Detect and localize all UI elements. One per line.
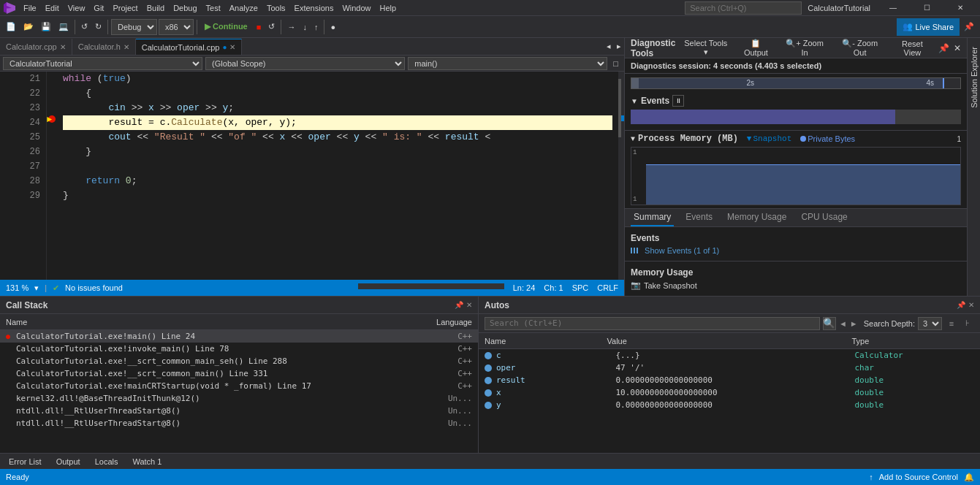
add-tab-button[interactable]: ◂ [604,38,614,55]
autos-pin-button[interactable]: 📌 [957,301,965,309]
search-button[interactable]: 🔍 [823,317,836,330]
next-search-button[interactable]: ► [850,319,858,328]
scroll-bar[interactable] [358,283,504,289]
editor-scrollbar[interactable] [618,72,624,280]
debug-mode-select[interactable]: Debug [111,19,157,35]
menu-view[interactable]: View [64,0,90,16]
menu-build[interactable]: Build [143,0,169,16]
menu-help[interactable]: Help [376,0,401,16]
minimize-button[interactable]: — [876,0,910,16]
tab-error-list[interactable]: Error List [6,454,45,470]
project-path-select[interactable]: CalculatorTutorial [3,57,202,70]
close-tab-icon2[interactable]: ✕ [124,43,129,51]
callstack-row[interactable]: ntdll.dll!__RtlUserThreadStart@8() Un... [0,417,478,429]
events-title[interactable]: Events [641,96,669,106]
scope-select[interactable]: (Global Scope) [205,57,405,70]
autos-row[interactable]: result 0.000000000000000000 double [479,374,980,386]
arch-select[interactable]: x86 [159,19,194,35]
solution-explorer-label[interactable]: Solution Explorer [970,47,979,108]
callstack-close-button[interactable]: ✕ [466,301,472,309]
autos-close-button[interactable]: ✕ [968,301,974,309]
autos-row[interactable]: c {...} Calculator [479,349,980,362]
events-collapse-icon[interactable]: ▼ [631,97,638,105]
zoom-dropdown-icon[interactable]: ▾ [34,283,39,293]
tab-summary[interactable]: Summary [631,209,674,226]
breakpoint-button[interactable]: ● [327,18,338,36]
tab-locals[interactable]: Locals [92,454,121,470]
undo-button[interactable]: ↺ [78,18,91,36]
menu-extensions[interactable]: Extensions [290,0,338,16]
autos-search-input[interactable] [485,317,820,330]
save-all-button[interactable]: 💻 [56,18,72,36]
tab-cpu-usage[interactable]: CPU Usage [798,209,850,226]
close-button[interactable]: ✕ [943,0,977,16]
autos-row[interactable]: oper 47 '/' char [479,362,980,374]
close-tab-icon3[interactable]: ✕ [229,43,235,51]
tab-calculator-h[interactable]: Calculator.h ✕ [72,39,136,55]
menu-edit[interactable]: Edit [41,0,64,16]
search-input[interactable] [685,1,802,15]
depth-select[interactable]: 3 1 2 4 5 [918,317,942,330]
code-editor[interactable]: while (true) { cin >> x >> oper >> y; re… [57,72,618,280]
continue-button[interactable]: ▶ Continue [200,18,252,36]
zoom-out-button[interactable]: 🔍- Zoom Out [834,38,886,58]
tab-watch1[interactable]: Watch 1 [129,454,164,470]
output-button[interactable]: 📋 Output [736,38,775,58]
timeline-track[interactable]: 2s 4s [631,77,961,89]
callstack-row[interactable]: ● CalculatorTutorial.exe!main() Line 24 … [0,330,478,343]
expand-editor-button[interactable]: □ [610,55,621,72]
menu-analyze[interactable]: Analyze [225,0,262,16]
search-options-button[interactable]: ≡ [945,317,958,330]
callstack-row[interactable]: CalculatorTutorial.exe!__scrt_common_mai… [0,355,478,367]
stop-button[interactable]: ■ [254,18,265,36]
menu-debug[interactable]: Debug [169,0,201,16]
maximize-button[interactable]: ☐ [910,0,943,16]
events-pause-button[interactable]: ⏸ [672,95,684,107]
source-control-text[interactable]: Add to Source Control [879,473,958,481]
grid-view-button[interactable]: ⊦ [961,317,974,330]
select-tools-button[interactable]: Select Tools ▾ [680,38,732,58]
new-file-button[interactable]: 📄 [3,18,19,36]
pin-button[interactable]: 📌 [961,18,977,36]
callstack-row[interactable]: CalculatorTutorial.exe!mainCRTStartup(vo… [0,380,478,392]
menu-test[interactable]: Test [202,0,225,16]
function-select[interactable]: main() [408,57,607,70]
liveshare-button[interactable]: 👥 Live Share [897,18,960,36]
memory-collapse-icon[interactable]: ▼ [631,135,635,143]
menu-window[interactable]: Window [338,0,375,16]
callstack-row[interactable]: kernel32.dll!@BaseThreadInitThunk@12() U… [0,392,478,405]
save-button[interactable]: 💾 [38,18,54,36]
callstack-pin-button[interactable]: 📌 [455,301,463,309]
take-snapshot-button[interactable]: 📷 Take Snapshot [631,280,697,290]
zoom-in-button[interactable]: 🔍+ Zoom In [780,38,829,58]
step-over-button[interactable]: → [284,18,298,36]
callstack-row[interactable]: ntdll.dll!__RtlUserThreadStart@8() Un... [0,405,478,417]
menu-tools[interactable]: Tools [262,0,290,16]
process-memory-title[interactable]: Process Memory (MB) [638,134,738,144]
open-file-button[interactable]: 📂 [20,18,37,36]
menu-file[interactable]: File [19,0,41,16]
autos-row[interactable]: x 10.000000000000000000 double [479,386,980,399]
nav-tab-button[interactable]: ▸ [614,38,624,55]
show-events-link[interactable]: Show Events (1 of 1) [631,246,961,255]
callstack-row[interactable]: CalculatorTutorial.exe!invoke_main() Lin… [0,343,478,355]
tab-memory-usage[interactable]: Memory Usage [724,209,789,226]
step-into-button[interactable]: ↓ [300,18,310,36]
separator2 [107,20,108,34]
menu-git[interactable]: Git [89,0,108,16]
diag-close-icon[interactable]: ✕ [954,43,961,53]
tab-events[interactable]: Events [683,209,715,226]
restart-button[interactable]: ↺ [265,18,278,36]
autos-row[interactable]: y 0.000000000000000000 double [479,399,980,411]
redo-button[interactable]: ↻ [92,18,105,36]
tab-output[interactable]: Output [53,454,83,470]
tab-calculator-cpp[interactable]: Calculator.cpp ✕ [0,39,72,55]
reset-view-button[interactable]: Reset View [891,38,934,58]
callstack-row[interactable]: CalculatorTutorial.exe!__scrt_common_mai… [0,367,478,380]
menu-project[interactable]: Project [108,0,142,16]
close-tab-icon[interactable]: ✕ [60,43,66,51]
tab-calculatortutorial-cpp[interactable]: CalculatorTutorial.cpp ● ✕ [136,39,243,55]
prev-search-button[interactable]: ◄ [839,319,847,328]
step-out-button[interactable]: ↑ [311,18,322,36]
diag-pin-icon[interactable]: 📌 [938,43,949,53]
